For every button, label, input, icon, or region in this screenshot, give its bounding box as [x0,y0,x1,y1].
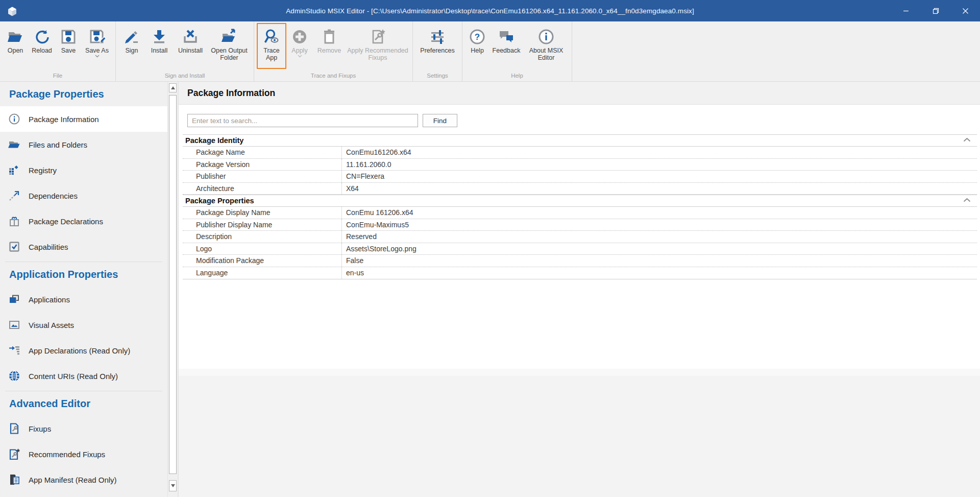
trace-app-button[interactable]: Trace App [257,23,286,69]
install-button[interactable]: Install [145,23,174,69]
save-button[interactable]: Save [56,23,81,69]
install-arrow-icon [151,28,167,46]
scrollbar-thumb[interactable] [169,95,177,474]
save-as-button[interactable]: Save As [81,23,113,69]
globe-icon [8,370,20,382]
sidebar-item-package-declarations[interactable]: Package Declarations [0,208,167,234]
uninstall-button[interactable]: Uninstall [174,23,207,69]
table-row: Language en-us [183,267,977,279]
sidebar-heading-advanced-editor: Advanced Editor [0,391,167,416]
feedback-button[interactable]: Feedback [489,23,523,69]
trace-app-icon [263,28,280,46]
sidebar-item-content-uris[interactable]: Content URIs (Read Only) [0,363,167,389]
sidebar-item-visual-assets[interactable]: Visual Assets [0,312,167,338]
open-folder-icon [7,28,23,46]
ribbon-group-label-help: Help [462,72,572,81]
scroll-down-button[interactable] [169,480,177,491]
fixup-wrench-page-icon [8,422,20,435]
table-row: Publisher CN=Flexera [183,171,977,183]
table-row: Publisher Display Name ConEmu-Maximus5 [183,219,977,231]
info-circle-icon [8,113,20,125]
sidebar-item-capabilities[interactable]: Capabilities [0,234,167,259]
table-row: Logo Assets\StoreLogo.png [183,243,977,255]
sidebar-item-dependencies[interactable]: Dependencies [0,183,167,208]
restore-button[interactable] [921,0,950,21]
sidebar-heading-application-properties: Application Properties [0,262,167,287]
apply-button[interactable]: Apply [286,23,313,69]
apply-recommended-fixups-button[interactable]: Apply Recommended Fixups [346,23,410,69]
manifest-doc-icon [8,474,20,486]
help-button[interactable]: ? Help [465,23,489,69]
navigation-sidebar: Package Properties Package Information F… [0,82,167,497]
about-info-icon [538,28,554,46]
open-output-folder-button[interactable]: Open Output Folder [207,23,251,69]
sign-pencil-icon [124,28,140,46]
sidebar-item-registry[interactable]: Registry [0,157,167,183]
help-question-icon: ? [469,28,485,46]
window-title: AdminStudio MSIX Editor - [C:\Users\Admi… [0,0,980,21]
page-title: Package Information [179,82,980,105]
checkbox-icon [8,241,20,253]
sidebar-item-recommended-fixups[interactable]: Recommended Fixups [0,441,167,467]
window-controls [891,0,980,21]
sidebar-item-fixups[interactable]: Fixups [0,416,167,441]
search-input[interactable] [187,114,418,127]
main-panel: Package Information Find Package Identit… [178,82,980,497]
chevron-down-icon [298,55,302,58]
table-row: Architecture X64 [183,183,977,195]
chevron-up-icon [963,198,971,202]
reload-icon [34,28,50,46]
app-windows-icon [8,293,20,305]
table-row: Package Name ConEmu161206.x64 [183,147,977,159]
ribbon-group-sign-install: Sign Install Uninstall [116,21,254,81]
close-button[interactable] [950,0,980,21]
ribbon-group-file: Open Reload Save [0,21,116,81]
chevron-down-icon [95,55,100,58]
sidebar-scrollbar[interactable] [167,82,178,497]
apply-plus-icon [291,28,308,46]
table-section-header-package-identity[interactable]: Package Identity [183,134,977,147]
ribbon-group-settings: Preferences Settings [413,21,462,81]
ribbon-group-label-settings: Settings [413,72,462,81]
scroll-up-button[interactable] [169,83,177,92]
ribbon-group-help: ? Help Feedback [462,21,572,81]
minimize-button[interactable] [891,0,921,21]
preferences-button[interactable]: Preferences [415,23,459,69]
table-row: Modification Package False [183,255,977,267]
remove-trash-icon [321,28,337,46]
sidebar-item-app-manifest[interactable]: App Manifest (Read Only) [0,467,167,492]
sidebar-item-files-and-folders[interactable]: Files and Folders [0,132,167,157]
content-background [179,369,980,497]
reload-button[interactable]: Reload [28,23,56,69]
title-bar: AdminStudio MSIX Editor - [C:\Users\Admi… [0,0,980,21]
open-button[interactable]: Open [3,23,28,69]
chevron-up-icon [963,137,971,142]
registry-blocks-icon [8,164,20,176]
ribbon-group-trace-fixups: Trace App Apply [254,21,413,81]
sign-button[interactable]: Sign [118,23,145,69]
svg-text:?: ? [475,32,480,42]
sidebar-item-app-declarations[interactable]: App Declarations (Read Only) [0,338,167,363]
feedback-bubbles-icon [498,28,514,46]
ribbon-group-label-file: File [0,72,115,81]
table-row: Package Display Name ConEmu 161206.x64 [183,207,977,219]
preferences-sliders-icon [429,28,446,46]
dependencies-arrow-icon [8,190,20,202]
table-section-header-package-properties[interactable]: Package Properties [183,195,977,207]
sidebar-item-package-information[interactable]: Package Information [0,106,167,132]
gift-box-icon [8,215,20,227]
sidebar-item-applications[interactable]: Applications [0,287,167,312]
table-row: Description Reserved [183,231,977,243]
table-row: Package Version 11.161.2060.0 [183,159,977,171]
uninstall-icon [182,28,199,46]
folder-icon [8,138,20,151]
save-as-icon [89,28,105,46]
remove-button[interactable]: Remove [313,23,346,69]
search-row: Find [187,114,980,127]
about-msix-editor-button[interactable]: About MSIX Editor [523,23,569,69]
ribbon-group-label-sign-install: Sign and Install [116,72,254,81]
recommended-fixups-icon [370,28,386,46]
triangle-up-icon [171,86,175,89]
find-button[interactable]: Find [423,114,457,127]
fixup-wrench-star-icon [8,448,20,460]
